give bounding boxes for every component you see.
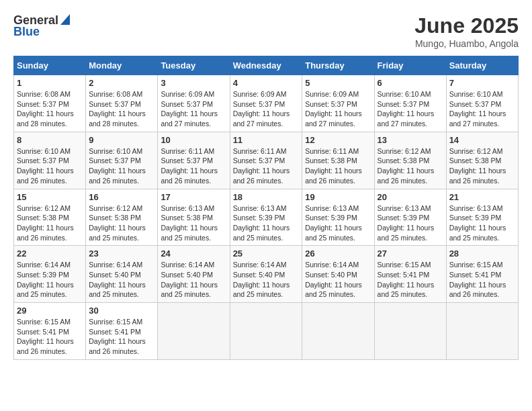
daylight-label: Daylight: 11 hours <box>233 224 290 232</box>
day-number: 1 <box>17 78 83 88</box>
day-info: Sunrise: 6:08 AM Sunset: 5:37 PM Dayligh… <box>89 89 154 129</box>
sunrise-label: Sunrise: 6:12 AM <box>89 204 142 212</box>
sunset-label: Sunset: 5:37 PM <box>233 156 285 165</box>
day-number: 30 <box>89 306 154 316</box>
sunrise-label: Sunrise: 6:13 AM <box>161 204 214 212</box>
sunrise-label: Sunrise: 6:10 AM <box>449 90 503 98</box>
daylight-label: Daylight: 11 hours <box>89 337 146 345</box>
calendar-cell: 4 Sunrise: 6:09 AM Sunset: 5:37 PM Dayli… <box>230 75 302 132</box>
daylight-minutes: and 25 minutes. <box>233 234 283 242</box>
day-info: Sunrise: 6:10 AM Sunset: 5:37 PM Dayligh… <box>17 146 83 186</box>
day-number: 10 <box>161 135 226 145</box>
daylight-label: Daylight: 11 hours <box>305 224 362 232</box>
daylight-minutes: and 26 minutes. <box>233 177 283 185</box>
calendar-cell <box>302 303 374 360</box>
sunrise-label: Sunrise: 6:14 AM <box>17 261 71 269</box>
daylight-minutes: and 27 minutes. <box>449 120 500 128</box>
header-tuesday: Tuesday <box>158 56 230 75</box>
calendar-cell: 24 Sunrise: 6:14 AM Sunset: 5:40 PM Dayl… <box>158 246 230 303</box>
daylight-label: Daylight: 11 hours <box>161 109 218 118</box>
daylight-label: Daylight: 11 hours <box>17 109 74 118</box>
day-info: Sunrise: 6:12 AM Sunset: 5:38 PM Dayligh… <box>449 146 515 186</box>
calendar-cell: 19 Sunrise: 6:13 AM Sunset: 5:39 PM Dayl… <box>302 189 374 246</box>
daylight-label: Daylight: 11 hours <box>233 167 290 175</box>
sunrise-label: Sunrise: 6:15 AM <box>89 318 142 326</box>
sunrise-label: Sunrise: 6:09 AM <box>233 90 287 98</box>
day-number: 24 <box>161 248 226 259</box>
day-info: Sunrise: 6:14 AM Sunset: 5:40 PM Dayligh… <box>305 260 371 300</box>
logo-blue: Blue <box>13 25 40 39</box>
sunset-label: Sunset: 5:39 PM <box>233 214 285 222</box>
daylight-minutes: and 27 minutes. <box>305 120 355 128</box>
daylight-label: Daylight: 11 hours <box>378 109 435 118</box>
sunset-label: Sunset: 5:37 PM <box>89 156 141 165</box>
daylight-minutes: and 28 minutes. <box>17 120 67 128</box>
day-info: Sunrise: 6:12 AM Sunset: 5:38 PM Dayligh… <box>89 203 154 243</box>
header-monday: Monday <box>86 56 158 75</box>
sunset-label: Sunset: 5:37 PM <box>305 100 357 108</box>
header-sunday: Sunday <box>14 56 86 75</box>
day-number: 22 <box>17 248 83 259</box>
day-info: Sunrise: 6:15 AM Sunset: 5:41 PM Dayligh… <box>89 317 154 357</box>
daylight-minutes: and 27 minutes. <box>161 120 211 128</box>
daylight-label: Daylight: 11 hours <box>89 224 146 232</box>
sunset-label: Sunset: 5:41 PM <box>378 271 430 279</box>
daylight-label: Daylight: 11 hours <box>89 167 146 175</box>
day-number: 12 <box>305 135 371 145</box>
daylight-minutes: and 25 minutes. <box>378 290 428 298</box>
calendar-cell: 30 Sunrise: 6:15 AM Sunset: 5:41 PM Dayl… <box>86 303 158 360</box>
calendar-cell <box>158 303 230 360</box>
daylight-minutes: and 25 minutes. <box>449 234 500 242</box>
sunset-label: Sunset: 5:38 PM <box>161 214 213 222</box>
header-thursday: Thursday <box>302 56 374 75</box>
calendar-cell: 21 Sunrise: 6:13 AM Sunset: 5:39 PM Dayl… <box>446 189 518 246</box>
daylight-label: Daylight: 11 hours <box>17 224 74 232</box>
day-info: Sunrise: 6:15 AM Sunset: 5:41 PM Dayligh… <box>17 317 83 357</box>
sunset-label: Sunset: 5:41 PM <box>449 271 502 279</box>
sunrise-label: Sunrise: 6:14 AM <box>161 261 214 269</box>
daylight-minutes: and 25 minutes. <box>233 290 283 298</box>
daylight-label: Daylight: 11 hours <box>161 167 218 175</box>
day-info: Sunrise: 6:09 AM Sunset: 5:37 PM Dayligh… <box>161 89 226 129</box>
day-info: Sunrise: 6:14 AM Sunset: 5:39 PM Dayligh… <box>17 260 83 300</box>
sunset-label: Sunset: 5:40 PM <box>161 271 213 279</box>
daylight-minutes: and 25 minutes. <box>305 290 355 298</box>
sunrise-label: Sunrise: 6:15 AM <box>378 261 431 269</box>
day-number: 21 <box>449 192 515 202</box>
day-number: 23 <box>89 248 154 259</box>
daylight-label: Daylight: 11 hours <box>17 167 74 175</box>
calendar-cell: 15 Sunrise: 6:12 AM Sunset: 5:38 PM Dayl… <box>14 189 86 246</box>
logo-triangle-icon <box>60 14 70 28</box>
calendar-cell <box>230 303 302 360</box>
day-number: 8 <box>17 135 83 145</box>
daylight-label: Daylight: 11 hours <box>233 281 290 289</box>
calendar-cell: 12 Sunrise: 6:11 AM Sunset: 5:38 PM Dayl… <box>302 132 374 189</box>
calendar-cell: 17 Sunrise: 6:13 AM Sunset: 5:38 PM Dayl… <box>158 189 230 246</box>
sunset-label: Sunset: 5:38 PM <box>449 156 502 165</box>
sunset-label: Sunset: 5:39 PM <box>449 214 502 222</box>
calendar-week-row: 8 Sunrise: 6:10 AM Sunset: 5:37 PM Dayli… <box>14 132 519 189</box>
calendar-cell: 9 Sunrise: 6:10 AM Sunset: 5:37 PM Dayli… <box>86 132 158 189</box>
daylight-label: Daylight: 11 hours <box>161 281 218 289</box>
daylight-minutes: and 27 minutes. <box>378 120 428 128</box>
calendar-cell: 7 Sunrise: 6:10 AM Sunset: 5:37 PM Dayli… <box>446 75 518 132</box>
sunset-label: Sunset: 5:39 PM <box>17 271 69 279</box>
sunrise-label: Sunrise: 6:11 AM <box>233 147 287 155</box>
calendar-cell: 28 Sunrise: 6:15 AM Sunset: 5:41 PM Dayl… <box>446 246 518 303</box>
daylight-label: Daylight: 11 hours <box>305 109 362 118</box>
calendar-cell: 3 Sunrise: 6:09 AM Sunset: 5:37 PM Dayli… <box>158 75 230 132</box>
sunset-label: Sunset: 5:39 PM <box>305 214 357 222</box>
sunset-label: Sunset: 5:37 PM <box>17 156 69 165</box>
sunrise-label: Sunrise: 6:13 AM <box>305 204 359 212</box>
day-info: Sunrise: 6:10 AM Sunset: 5:37 PM Dayligh… <box>378 89 443 129</box>
daylight-minutes: and 26 minutes. <box>161 177 211 185</box>
sunset-label: Sunset: 5:37 PM <box>17 100 69 108</box>
daylight-label: Daylight: 11 hours <box>89 109 146 118</box>
sunrise-label: Sunrise: 6:13 AM <box>233 204 287 212</box>
day-info: Sunrise: 6:12 AM Sunset: 5:38 PM Dayligh… <box>17 203 83 243</box>
calendar-table: Sunday Monday Tuesday Wednesday Thursday… <box>13 56 519 360</box>
sunrise-label: Sunrise: 6:10 AM <box>378 90 431 98</box>
daylight-minutes: and 25 minutes. <box>89 234 139 242</box>
calendar-cell: 1 Sunrise: 6:08 AM Sunset: 5:37 PM Dayli… <box>14 75 86 132</box>
day-number: 16 <box>89 192 154 202</box>
